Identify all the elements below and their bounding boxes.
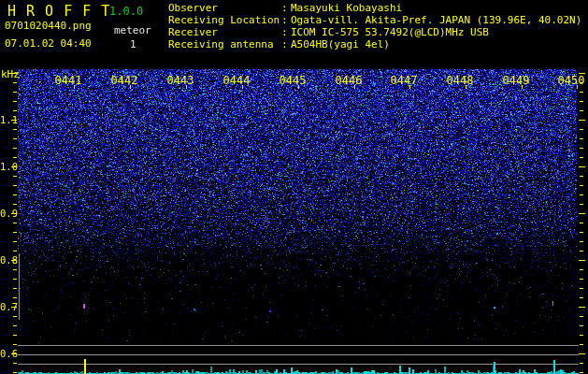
info-colon: : <box>281 38 291 50</box>
info-colon: : <box>281 2 291 14</box>
info-row: Receiving antenna:A504HB(yagi 4el) <box>168 38 581 50</box>
station-info-block: Observer:Masayuki KobayashiReceiving Loc… <box>168 2 581 50</box>
app-title: H R O F F T <box>7 3 110 20</box>
time-tick-label: 0448 <box>444 74 476 87</box>
time-tick-label: 0441 <box>52 74 84 87</box>
info-value: Masayuki Kobayashi <box>291 2 402 14</box>
time-tick-label: 0449 <box>500 74 532 87</box>
info-label: Receiving antenna <box>168 38 281 50</box>
meteor-count-value: 1 <box>130 38 136 50</box>
spectrogram-canvas <box>0 0 588 374</box>
output-filename: 0701020440.png <box>5 20 92 32</box>
info-colon: : <box>281 26 291 38</box>
info-label: Observer <box>168 2 281 14</box>
freq-tick-label: 1.1 <box>0 114 17 125</box>
observation-datetime: 07.01.02 04:40 <box>5 37 92 50</box>
freq-tick-label: 0.7 <box>0 301 17 312</box>
time-tick-label: 0446 <box>333 74 365 87</box>
info-row: Observer:Masayuki Kobayashi <box>168 2 581 14</box>
info-label: Receiving Location <box>168 14 281 26</box>
freq-tick-label: 0.6 <box>0 348 17 359</box>
time-tick-label: 0443 <box>165 74 196 87</box>
info-row: Receiver:ICOM IC-575 53.7492(@LCD)MHz US… <box>168 26 581 38</box>
freq-tick-label: 0.9 <box>0 208 17 219</box>
info-value: ICOM IC-575 53.7492(@LCD)MHz USB <box>291 26 489 38</box>
info-value: A504HB(yagi 4el) <box>291 38 390 50</box>
time-tick-label: 0442 <box>108 74 140 87</box>
time-tick-label: 0445 <box>277 74 308 87</box>
freq-tick-label: 1.0 <box>0 161 17 172</box>
info-label: Receiver <box>168 26 281 38</box>
hrofft-screen: H R O F F T 1.0.0 0701020440.png meteor … <box>0 0 588 374</box>
time-tick-label: 0447 <box>388 74 420 87</box>
meteor-count-label: meteor <box>114 24 151 36</box>
app-version: 1.0.0 <box>109 5 143 18</box>
time-tick-label: 0450 <box>555 74 587 87</box>
freq-tick-label: 0.8 <box>0 254 17 266</box>
info-value: Ogata-vill. Akita-Pref. JAPAN (139.96E, … <box>291 14 581 26</box>
y-axis-unit-label: kHz <box>1 68 20 80</box>
info-colon: : <box>281 14 291 26</box>
time-tick-label: 0444 <box>221 74 252 87</box>
info-row: Receiving Location:Ogata-vill. Akita-Pre… <box>168 14 581 26</box>
